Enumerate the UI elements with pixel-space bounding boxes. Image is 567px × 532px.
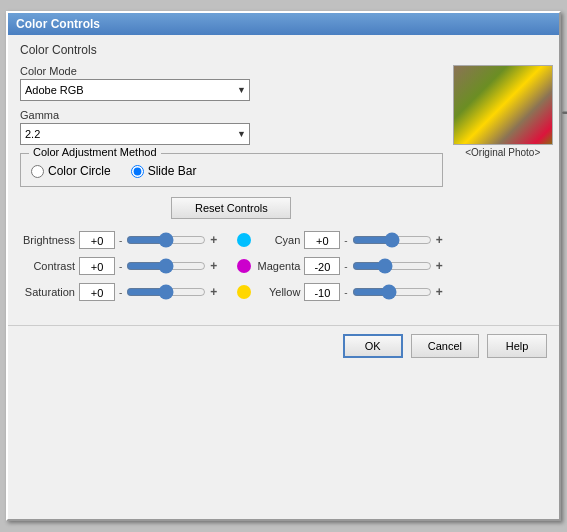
contrast-label: Contrast xyxy=(20,260,75,272)
color-adjustment-label: Color Adjustment Method xyxy=(29,146,161,158)
slide-bar-label: Slide Bar xyxy=(148,164,197,178)
original-photo xyxy=(453,65,553,145)
contrast-plus: + xyxy=(210,259,217,273)
radio-slide-bar[interactable]: Slide Bar xyxy=(131,164,197,178)
contrast-minus: - xyxy=(119,261,122,272)
magenta-row: Magenta -20 - + xyxy=(237,253,442,279)
saturation-row: Saturation +0 - + xyxy=(20,279,217,305)
radio-color-circle[interactable]: Color Circle xyxy=(31,164,111,178)
saturation-minus: - xyxy=(119,287,122,298)
ok-button[interactable]: OK xyxy=(343,334,403,358)
magenta-minus: - xyxy=(344,261,347,272)
brightness-label: Brightness xyxy=(20,234,75,246)
contrast-value: +0 xyxy=(79,257,115,275)
color-mode-select-wrapper: Adobe RGB sRGB Device RGB xyxy=(20,79,250,101)
gamma-select-wrapper: 1.8 2.2 Custom xyxy=(20,123,250,145)
yellow-label: Yellow xyxy=(255,286,300,298)
footer: OK Cancel Help xyxy=(8,325,559,366)
saturation-value: +0 xyxy=(79,283,115,301)
cyan-dot xyxy=(237,233,251,247)
yellow-row: Yellow -10 - + xyxy=(237,279,442,305)
original-photo-container: <Original Photo> xyxy=(453,65,553,158)
cancel-button[interactable]: Cancel xyxy=(411,334,479,358)
section-label: Color Controls xyxy=(20,43,547,57)
gamma-select[interactable]: 1.8 2.2 Custom xyxy=(20,123,250,145)
color-mode-label: Color Mode xyxy=(20,65,443,77)
magenta-slider[interactable] xyxy=(352,258,432,274)
brightness-plus: + xyxy=(210,233,217,247)
yellow-minus: - xyxy=(344,287,347,298)
cyan-value: +0 xyxy=(304,231,340,249)
cyan-minus: - xyxy=(344,235,347,246)
brightness-value: +0 xyxy=(79,231,115,249)
contrast-slider[interactable] xyxy=(126,258,206,274)
help-button[interactable]: Help xyxy=(487,334,547,358)
saturation-slider[interactable] xyxy=(126,284,206,300)
magenta-dot xyxy=(237,259,251,273)
main-window: Color Controls Color Controls Color Mode… xyxy=(6,11,561,521)
magenta-plus: + xyxy=(436,259,443,273)
color-circle-label: Color Circle xyxy=(48,164,111,178)
original-caption: <Original Photo> xyxy=(465,147,540,158)
gamma-label: Gamma xyxy=(20,109,443,121)
saturation-label: Saturation xyxy=(20,286,75,298)
saturation-plus: + xyxy=(210,285,217,299)
cyan-plus: + xyxy=(436,233,443,247)
cyan-slider[interactable] xyxy=(352,232,432,248)
window-title: Color Controls xyxy=(16,17,100,31)
yellow-slider[interactable] xyxy=(352,284,432,300)
brightness-minus: - xyxy=(119,235,122,246)
brightness-row: Brightness +0 - + xyxy=(20,227,217,253)
color-mode-select[interactable]: Adobe RGB sRGB Device RGB xyxy=(20,79,250,101)
brightness-slider[interactable] xyxy=(126,232,206,248)
yellow-plus: + xyxy=(436,285,443,299)
cyan-label: Cyan xyxy=(255,234,300,246)
reset-controls-button[interactable]: Reset Controls xyxy=(171,197,291,219)
yellow-dot xyxy=(237,285,251,299)
arrow-icon: ➜ xyxy=(561,100,567,124)
title-bar: Color Controls xyxy=(8,13,559,35)
yellow-value: -10 xyxy=(304,283,340,301)
contrast-row: Contrast +0 - + xyxy=(20,253,217,279)
magenta-value: -20 xyxy=(304,257,340,275)
color-adjustment-group: Color Adjustment Method Color Circle Sli… xyxy=(20,153,443,187)
photos-row: <Original Photo> ➜ <Preview> xyxy=(453,65,567,158)
magenta-label: Magenta xyxy=(255,260,300,272)
cyan-row: Cyan +0 - + xyxy=(237,227,442,253)
